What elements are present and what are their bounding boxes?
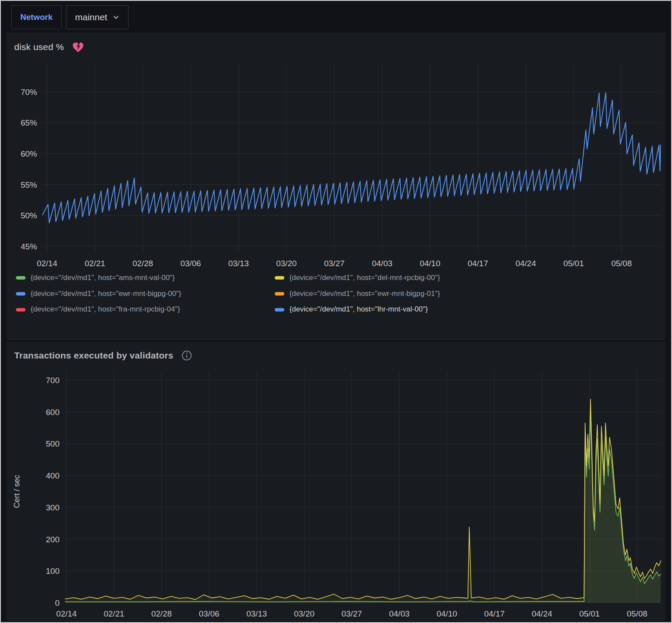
legend-series-dash — [16, 308, 25, 312]
legend-series-label: {device="/dev/md1", host="fra-mnt-rpcbig… — [31, 305, 180, 314]
tx-panel-title[interactable]: Transactions executed by validators — [14, 350, 173, 361]
svg-text:03/20: 03/20 — [276, 259, 297, 268]
grid-lines — [43, 62, 661, 252]
variable-dropdown-mainnet[interactable]: mainnet — [66, 5, 129, 29]
tx-chart-svg[interactable]: 010020030040050060070002/1402/2102/2803/… — [7, 362, 665, 621]
svg-text:70%: 70% — [21, 88, 37, 97]
legend-item-2[interactable]: {device="/dev/md1", host="ewr-mnt-bigpg-… — [16, 290, 275, 298]
info-circle-icon[interactable] — [181, 350, 192, 361]
svg-text:03/27: 03/27 — [324, 259, 345, 268]
svg-text:04/03: 04/03 — [372, 259, 393, 268]
svg-text:45%: 45% — [21, 242, 37, 251]
svg-text:500: 500 — [46, 439, 60, 448]
svg-text:02/14: 02/14 — [37, 259, 57, 268]
svg-text:04/03: 04/03 — [389, 609, 410, 618]
series-line-5 — [43, 93, 661, 223]
svg-text:200: 200 — [46, 535, 60, 544]
grafana-dashboard: Network mainnet disk used % 45%50%55%60%… — [0, 0, 672, 623]
disk-chart[interactable]: 45%50%55%60%65%70%02/1402/2102/2803/0603… — [7, 54, 665, 271]
svg-text:60%: 60% — [21, 149, 37, 158]
broken-heart-icon — [72, 41, 85, 53]
svg-text:03/06: 03/06 — [199, 609, 220, 618]
legend-item-0[interactable]: {device="/dev/md1", host="ams-mnt-val-00… — [16, 274, 275, 282]
svg-text:03/13: 03/13 — [228, 259, 249, 268]
legend-item-3[interactable]: {device="/dev/md1", host="ewr-mnt-bigpg-… — [275, 290, 665, 298]
svg-text:05/01: 05/01 — [563, 259, 584, 268]
svg-text:04/17: 04/17 — [468, 259, 488, 268]
legend-series-dash — [16, 276, 25, 280]
tx-panel: Transactions executed by validators 0100… — [7, 342, 665, 621]
svg-text:05/08: 05/08 — [627, 609, 647, 618]
legend-series-dash — [275, 308, 284, 312]
svg-text:04/24: 04/24 — [532, 609, 553, 618]
legend-series-label: {device="/dev/md1", host="lhr-mnt-val-00… — [289, 305, 428, 314]
axis-tick-labels: 010020030040050060070002/1402/2102/2803/… — [46, 376, 647, 618]
svg-text:04/10: 04/10 — [436, 609, 457, 618]
svg-text:02/28: 02/28 — [132, 259, 153, 268]
svg-text:03/06: 03/06 — [180, 259, 201, 268]
y-axis-label: Cert / sec — [13, 475, 21, 508]
legend-item-5[interactable]: {device="/dev/md1", host="lhr-mnt-val-00… — [275, 305, 665, 314]
svg-text:04/10: 04/10 — [420, 259, 440, 268]
legend-series-dash — [275, 276, 284, 280]
svg-text:02/21: 02/21 — [85, 259, 105, 268]
grid-lines — [65, 371, 661, 603]
disk-chart-svg[interactable]: 45%50%55%60%65%70%02/1402/2102/2803/0603… — [7, 54, 665, 270]
variable-bar: Network mainnet — [1, 1, 671, 33]
disk-legend: {device="/dev/md1", host="ams-mnt-val-00… — [7, 271, 665, 314]
legend-series-label: {device="/dev/md1", host="ams-mnt-val-00… — [31, 274, 175, 282]
variable-label-text: Network — [20, 13, 53, 22]
svg-text:65%: 65% — [21, 118, 37, 127]
svg-text:02/14: 02/14 — [56, 609, 77, 618]
svg-text:0: 0 — [55, 598, 60, 607]
legend-series-label: {device="/dev/md1", host="ewr-mnt-bigpg-… — [31, 290, 181, 298]
tx-panel-header: Transactions executed by validators — [7, 342, 665, 362]
svg-text:50%: 50% — [21, 211, 37, 220]
disk-used-panel: disk used % 45%50%55%60%65%70%02/1402/21… — [7, 33, 665, 340]
disk-panel-title[interactable]: disk used % — [14, 42, 64, 52]
svg-text:300: 300 — [46, 503, 60, 512]
svg-text:400: 400 — [46, 471, 60, 480]
variable-value-text: mainnet — [75, 12, 107, 22]
legend-item-4[interactable]: {device="/dev/md1", host="fra-mnt-rpcbig… — [16, 305, 275, 314]
svg-text:03/13: 03/13 — [246, 609, 267, 618]
svg-text:02/28: 02/28 — [151, 609, 172, 618]
svg-text:05/08: 05/08 — [611, 259, 632, 268]
disk-panel-header: disk used % — [7, 33, 665, 54]
svg-text:100: 100 — [46, 566, 60, 576]
svg-text:04/17: 04/17 — [484, 609, 505, 618]
svg-text:55%: 55% — [21, 180, 37, 189]
variable-label-network: Network — [11, 5, 62, 29]
svg-text:05/01: 05/01 — [579, 609, 600, 618]
svg-text:03/27: 03/27 — [342, 609, 362, 618]
legend-series-label: {device="/dev/md1", host="del-mnt-rpcbig… — [289, 274, 440, 282]
svg-text:03/20: 03/20 — [294, 609, 314, 618]
legend-series-dash — [275, 292, 284, 296]
svg-text:02/21: 02/21 — [104, 609, 124, 618]
legend-series-dash — [16, 292, 25, 296]
series-line-0 — [65, 412, 661, 602]
svg-text:700: 700 — [46, 376, 60, 385]
legend-item-1[interactable]: {device="/dev/md1", host="del-mnt-rpcbig… — [275, 274, 665, 282]
series-line-1 — [65, 399, 661, 599]
tx-chart[interactable]: 010020030040050060070002/1402/2102/2803/… — [7, 362, 665, 621]
legend-series-label: {device="/dev/md1", host="ewr-mnt-bigpg-… — [289, 290, 440, 298]
chevron-down-icon — [113, 14, 119, 21]
svg-text:600: 600 — [46, 408, 60, 417]
svg-text:04/24: 04/24 — [515, 259, 536, 268]
series-area-1 — [65, 399, 661, 603]
